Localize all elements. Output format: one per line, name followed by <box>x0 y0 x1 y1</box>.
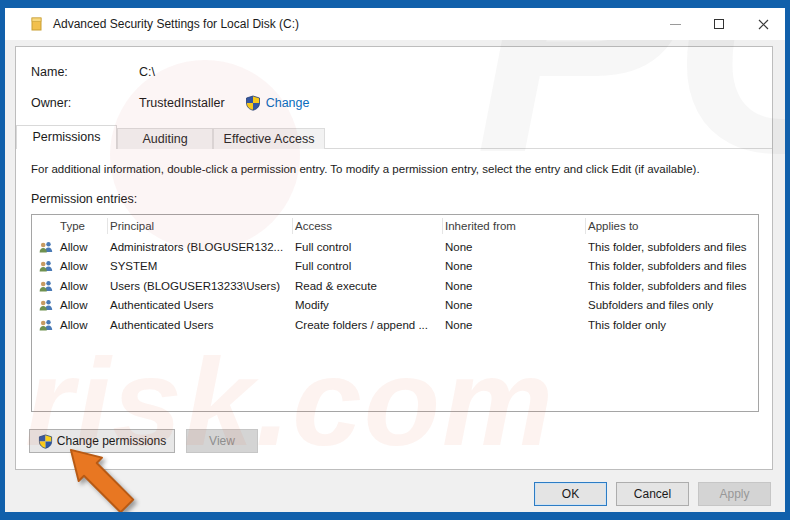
owner-row: Owner: TrustedInstaller Ch <box>31 95 309 111</box>
name-value: C:\ <box>139 65 155 79</box>
window-controls <box>653 8 785 40</box>
apply-button: Apply <box>698 482 771 506</box>
tab-effective-access[interactable]: Effective Access <box>213 128 325 149</box>
info-text: For additional information, double-click… <box>31 163 700 175</box>
cell-type: Allow <box>58 260 108 272</box>
column-header-applies[interactable]: Applies to <box>586 218 758 234</box>
name-row: Name: C:\ <box>31 65 155 79</box>
cell-applies: This folder only <box>586 319 758 331</box>
dialog-body: Name: C:\ Owner: TrustedInstaller <box>5 40 785 512</box>
cell-access: Full control <box>293 260 443 272</box>
column-header-access[interactable]: Access <box>293 218 443 234</box>
table-row[interactable]: Allow Authenticated Users Create folders… <box>32 315 758 335</box>
cell-applies: Subfolders and files only <box>586 299 758 311</box>
cell-principal: SYSTEM <box>108 260 293 272</box>
cell-principal: Administrators (BLOGUSER132... <box>108 241 293 253</box>
cell-access: Full control <box>293 241 443 253</box>
change-permissions-label: Change permissions <box>57 434 166 448</box>
cell-access: Modify <box>293 299 443 311</box>
cell-inherited: None <box>443 299 586 311</box>
title-bar: Advanced Security Settings for Local Dis… <box>5 8 785 40</box>
cell-applies: This folder, subfolders and files <box>586 241 758 253</box>
table-row[interactable]: Allow Administrators (BLOGUSER132... Ful… <box>32 237 758 257</box>
cell-type: Allow <box>58 241 108 253</box>
uac-shield-icon <box>245 95 261 111</box>
uac-shield-icon <box>38 434 53 449</box>
change-owner-link[interactable]: Change <box>245 95 310 111</box>
ok-button[interactable]: OK <box>534 482 607 506</box>
users-icon <box>32 319 58 331</box>
content-panel: Name: C:\ Owner: TrustedInstaller <box>15 46 773 470</box>
owner-label: Owner: <box>31 96 139 110</box>
column-header-type[interactable]: Type <box>58 218 108 234</box>
users-icon <box>32 241 58 253</box>
cell-inherited: None <box>443 260 586 272</box>
tab-auditing[interactable]: Auditing <box>117 128 213 149</box>
change-permissions-button[interactable]: Change permissions <box>29 429 175 453</box>
apply-label: Apply <box>719 487 749 501</box>
table-row[interactable]: Allow Users (BLOGUSER13233\Users) Read &… <box>32 276 758 296</box>
column-header-inherited[interactable]: Inherited from <box>443 218 586 234</box>
tab-strip: Permissions Auditing Effective Access <box>16 125 772 149</box>
cancel-label: Cancel <box>634 487 671 501</box>
view-button: View <box>186 429 258 453</box>
cell-principal: Authenticated Users <box>108 299 293 311</box>
maximize-icon <box>714 19 724 29</box>
maximize-button[interactable] <box>697 8 741 40</box>
cell-inherited: None <box>443 280 586 292</box>
cell-type: Allow <box>58 280 108 292</box>
cell-access: Read & execute <box>293 280 443 292</box>
window-title: Advanced Security Settings for Local Dis… <box>53 17 299 31</box>
ok-label: OK <box>562 487 579 501</box>
window-folder-icon <box>30 17 43 31</box>
cell-principal: Authenticated Users <box>108 319 293 331</box>
users-icon <box>32 280 58 292</box>
owner-value: TrustedInstaller <box>139 96 225 110</box>
users-icon <box>32 299 58 311</box>
minimize-button[interactable] <box>653 8 697 40</box>
close-icon <box>758 19 769 30</box>
cell-inherited: None <box>443 319 586 331</box>
cell-applies: This folder, subfolders and files <box>586 260 758 272</box>
users-icon <box>32 260 58 272</box>
name-label: Name: <box>31 65 139 79</box>
cell-inherited: None <box>443 241 586 253</box>
list-header: Type Principal Access Inherited from App… <box>32 215 758 237</box>
cell-principal: Users (BLOGUSER13233\Users) <box>108 280 293 292</box>
cell-applies: This folder, subfolders and files <box>586 280 758 292</box>
tab-permissions[interactable]: Permissions <box>16 125 117 149</box>
change-link-label: Change <box>266 96 310 110</box>
cell-access: Create folders / append ... <box>293 319 443 331</box>
cell-type: Allow <box>58 299 108 311</box>
cancel-button[interactable]: Cancel <box>616 482 689 506</box>
close-button[interactable] <box>741 8 785 40</box>
screenshot-frame: Advanced Security Settings for Local Dis… <box>0 0 790 520</box>
view-label: View <box>209 434 235 448</box>
minimize-icon <box>670 24 681 25</box>
table-row[interactable]: Allow SYSTEM Full control None This fold… <box>32 257 758 277</box>
header-spacer <box>32 218 58 234</box>
dialog-window: Advanced Security Settings for Local Dis… <box>5 8 785 512</box>
footer-buttons: OK Cancel Apply <box>534 482 771 506</box>
permission-entries-list[interactable]: Type Principal Access Inherited from App… <box>31 214 759 412</box>
column-header-principal[interactable]: Principal <box>108 218 293 234</box>
cell-type: Allow <box>58 319 108 331</box>
permission-entries-label: Permission entries: <box>31 192 137 206</box>
table-row[interactable]: Allow Authenticated Users Modify None Su… <box>32 296 758 316</box>
